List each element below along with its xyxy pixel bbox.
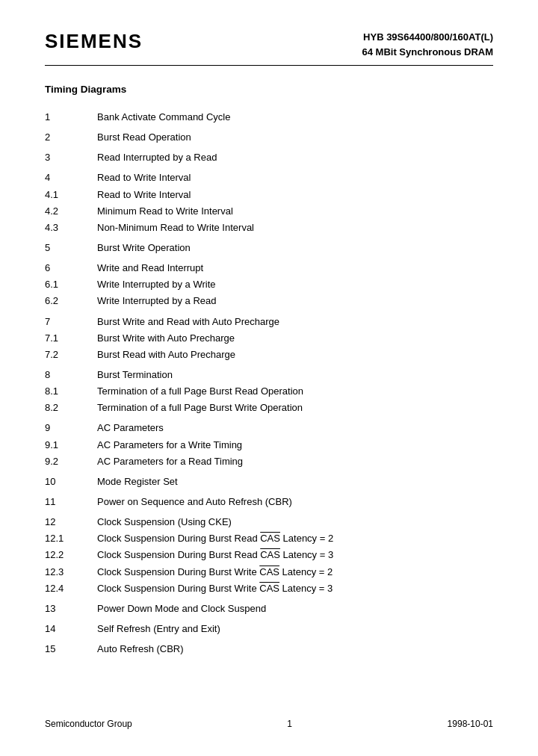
toc-label: Burst Write Operation (97, 236, 493, 256)
toc-number: 11 (45, 490, 97, 510)
toc-number: 3 (45, 146, 97, 166)
toc-row: 5Burst Write Operation (45, 236, 493, 256)
toc-label: Burst Write with Auto Precharge (97, 330, 493, 347)
toc-label: Self Refresh (Entry and Exit) (97, 617, 493, 637)
toc-label: Clock Suspension During Burst Write CAS … (97, 564, 493, 580)
toc-number: 4.1 (45, 187, 97, 203)
toc-row: 1Bank Activate Command Cycle (45, 105, 493, 126)
page: SIEMENS HYB 39S64400/800/160AT(L) 64 MBi… (0, 0, 538, 756)
toc-label: Write Interrupted by a Read (97, 293, 493, 309)
toc-number: 7.1 (45, 330, 97, 347)
footer-right: 1998-10-01 (448, 719, 493, 729)
toc-number: 2 (45, 126, 97, 146)
toc-label: Read to Write Interval (97, 187, 493, 203)
toc-row: 12Clock Suspension (Using CKE) (45, 510, 493, 530)
toc-number: 7.2 (45, 347, 97, 363)
toc-label: AC Parameters for a Write Timing (97, 437, 493, 453)
toc-row: 8.1Termination of a full Page Burst Read… (45, 383, 493, 400)
toc-row: 7.2Burst Read with Auto Precharge (45, 347, 493, 363)
toc-label: AC Parameters for a Read Timing (97, 453, 493, 470)
toc-label: Termination of a full Page Burst Write O… (97, 400, 493, 416)
toc-label: Clock Suspension During Burst Read CAS L… (97, 547, 493, 563)
toc-number: 15 (45, 637, 97, 657)
footer: Semiconductor Group 1 1998-10-01 (45, 719, 493, 729)
toc-number: 12 (45, 510, 97, 530)
toc-number: 12.4 (45, 580, 97, 597)
toc-number: 8.1 (45, 383, 97, 400)
toc-number: 4 (45, 166, 97, 186)
toc-row: 10Mode Register Set (45, 470, 493, 490)
toc-label: Write Interrupted by a Write (97, 276, 493, 293)
toc-row: 12.3Clock Suspension During Burst Write … (45, 564, 493, 580)
toc-label: Termination of a full Page Burst Read Op… (97, 383, 493, 400)
toc-label: Mode Register Set (97, 470, 493, 490)
toc-number: 9.2 (45, 453, 97, 470)
toc-row: 8.2Termination of a full Page Burst Writ… (45, 400, 493, 416)
toc-label: Power on Sequence and Auto Refresh (CBR) (97, 490, 493, 510)
toc-label: AC Parameters (97, 416, 493, 436)
toc-number: 6 (45, 256, 97, 276)
section-title: Timing Diagrams (45, 84, 493, 95)
toc-row: 12.2Clock Suspension During Burst Read C… (45, 547, 493, 563)
toc-number: 9 (45, 416, 97, 436)
toc-number: 7 (45, 310, 97, 330)
toc-number: 8.2 (45, 400, 97, 416)
title-line1: HYB 39S64400/800/160AT(L) (362, 30, 493, 45)
toc-label: Burst Write and Read with Auto Precharge (97, 310, 493, 330)
toc-label: Non-Minimum Read to Write Interval (97, 220, 493, 236)
header-divider (45, 65, 493, 66)
toc-label: Bank Activate Command Cycle (97, 105, 493, 126)
toc-label: Burst Read with Auto Precharge (97, 347, 493, 363)
toc-row: 4.2Minimum Read to Write Interval (45, 203, 493, 220)
toc-row: 8Burst Termination (45, 363, 493, 383)
toc-row: 13Power Down Mode and Clock Suspend (45, 597, 493, 617)
footer-center: 1 (287, 719, 292, 729)
toc-number: 13 (45, 597, 97, 617)
toc-number: 8 (45, 363, 97, 383)
toc-row: 3Read Interrupted by a Read (45, 146, 493, 166)
toc-row: 9AC Parameters (45, 416, 493, 436)
toc-label: Clock Suspension (Using CKE) (97, 510, 493, 530)
header-title: HYB 39S64400/800/160AT(L) 64 MBit Synchr… (362, 30, 493, 59)
toc-label: Clock Suspension During Burst Read CAS L… (97, 530, 493, 547)
toc-number: 5 (45, 236, 97, 256)
toc-row: 14Self Refresh (Entry and Exit) (45, 617, 493, 637)
toc-number: 4.2 (45, 203, 97, 220)
toc-row: 4.1Read to Write Interval (45, 187, 493, 203)
title-line2: 64 MBit Synchronous DRAM (362, 45, 493, 60)
header: SIEMENS HYB 39S64400/800/160AT(L) 64 MBi… (45, 30, 493, 59)
toc-row: 12.1Clock Suspension During Burst Read C… (45, 530, 493, 547)
toc-row: 15Auto Refresh (CBR) (45, 637, 493, 657)
toc-number: 9.1 (45, 437, 97, 453)
toc-label: Write and Read Interrupt (97, 256, 493, 276)
toc-label: Read to Write Interval (97, 166, 493, 186)
footer-left: Semiconductor Group (45, 719, 132, 729)
toc-label: Clock Suspension During Burst Write CAS … (97, 580, 493, 597)
toc-number: 12.1 (45, 530, 97, 547)
toc-row: 6.1Write Interrupted by a Write (45, 276, 493, 293)
toc-number: 6.1 (45, 276, 97, 293)
toc-row: 2Burst Read Operation (45, 126, 493, 146)
toc-row: 4.3Non-Minimum Read to Write Interval (45, 220, 493, 236)
toc-table: 1Bank Activate Command Cycle2Burst Read … (45, 105, 493, 657)
toc-number: 12.2 (45, 547, 97, 563)
toc-number: 12.3 (45, 564, 97, 580)
toc-row: 6Write and Read Interrupt (45, 256, 493, 276)
toc-number: 6.2 (45, 293, 97, 309)
toc-row: 11Power on Sequence and Auto Refresh (CB… (45, 490, 493, 510)
toc-number: 1 (45, 105, 97, 126)
toc-label: Burst Read Operation (97, 126, 493, 146)
toc-number: 4.3 (45, 220, 97, 236)
logo: SIEMENS (45, 30, 143, 53)
toc-row: 7.1Burst Write with Auto Precharge (45, 330, 493, 347)
toc-row: 7Burst Write and Read with Auto Precharg… (45, 310, 493, 330)
toc-number: 10 (45, 470, 97, 490)
toc-row: 4Read to Write Interval (45, 166, 493, 186)
toc-row: 9.2AC Parameters for a Read Timing (45, 453, 493, 470)
toc-row: 9.1AC Parameters for a Write Timing (45, 437, 493, 453)
toc-label: Minimum Read to Write Interval (97, 203, 493, 220)
toc-number: 14 (45, 617, 97, 637)
toc-label: Burst Termination (97, 363, 493, 383)
toc-label: Power Down Mode and Clock Suspend (97, 597, 493, 617)
toc-row: 6.2Write Interrupted by a Read (45, 293, 493, 309)
